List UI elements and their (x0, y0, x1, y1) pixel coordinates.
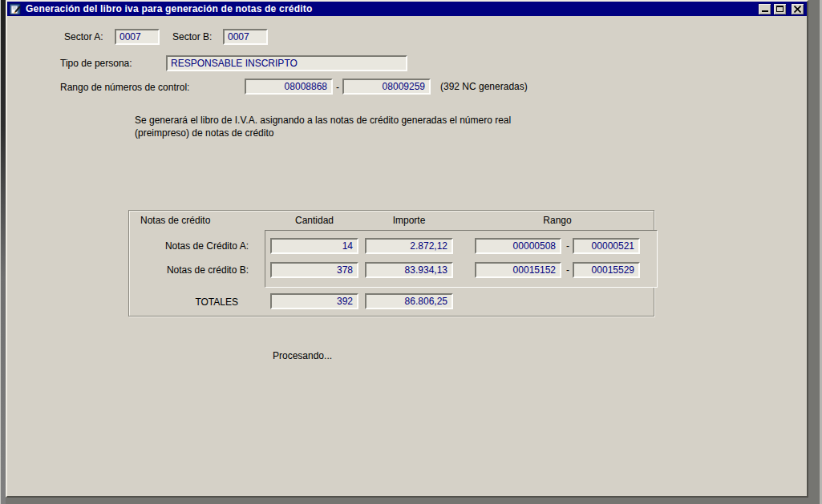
header-notas-de-credito: Notas de crédito (140, 215, 210, 226)
row-b-rango-separator: - (566, 264, 569, 276)
background-window-sliver (0, 0, 6, 504)
rango-control-label: Rango de números de control: (60, 82, 189, 93)
row-b-importe-field[interactable]: 83.934,13 (365, 262, 453, 278)
row-b-rango-from-field[interactable]: 00015152 (475, 262, 561, 278)
minimize-icon (762, 6, 768, 12)
rango-control-separator: - (336, 82, 339, 93)
rango-control-from-field[interactable]: 08008868 (245, 79, 333, 95)
desktop: Generación del libro iva para generación… (0, 0, 822, 504)
row-b-cantidad-field[interactable]: 378 (270, 262, 358, 278)
totals-importe-field[interactable]: 86.806,25 (365, 293, 453, 309)
app-window: Generación del libro iva para generación… (6, 0, 808, 498)
sector-a-label: Sector A: (64, 31, 103, 42)
row-a-cantidad-field[interactable]: 14 (270, 238, 358, 254)
window-controls (756, 3, 804, 15)
maximize-icon (776, 6, 784, 12)
close-button[interactable] (791, 3, 804, 15)
description-line-1: Se generará el libro de I.V.A. asignando… (135, 114, 544, 127)
maximize-button[interactable] (773, 3, 787, 15)
row-a-rango-from-field[interactable]: 00000508 (475, 238, 561, 254)
row-b-rango-to-field[interactable]: 00015529 (573, 262, 640, 278)
row-a-label: Notas de Crédito A: (140, 240, 249, 252)
header-rango: Rango (475, 215, 640, 226)
row-b-label: Notas de crédito B: (140, 264, 249, 276)
totals-label: TOTALES (140, 296, 238, 308)
sector-a-field[interactable]: 0007 (115, 29, 160, 45)
nc-generadas-note: (392 NC generadas) (440, 81, 528, 92)
status-text: Procesando... (273, 350, 332, 361)
rango-control-to-field[interactable]: 08009259 (342, 79, 431, 95)
sector-b-field[interactable]: 0007 (223, 29, 268, 45)
title-bar[interactable]: Generación del libro iva para generación… (7, 2, 807, 16)
tipo-persona-label: Tipo de persona: (60, 58, 132, 69)
sector-b-label: Sector B: (172, 31, 212, 42)
description-line-2: (preimpreso) de notas de crédito (135, 127, 544, 139)
header-cantidad: Cantidad (270, 215, 358, 226)
row-a-rango-separator: - (566, 240, 569, 252)
tipo-persona-field[interactable]: RESPONSABLE INSCRIPTO (166, 55, 407, 71)
app-icon (10, 3, 22, 15)
totals-cantidad-field[interactable]: 392 (270, 293, 358, 309)
row-a-importe-field[interactable]: 2.872,12 (365, 238, 453, 254)
description-text: Se generará el libro de I.V.A. asignando… (135, 114, 544, 139)
window-title: Generación del libro iva para generación… (26, 3, 312, 14)
close-icon (794, 6, 801, 13)
client-area: Sector A: 0007 Sector B: 0007 Tipo de pe… (7, 16, 807, 496)
header-importe: Importe (365, 215, 453, 226)
row-a-rango-to-field[interactable]: 00000521 (573, 238, 640, 254)
minimize-button[interactable] (758, 3, 771, 15)
